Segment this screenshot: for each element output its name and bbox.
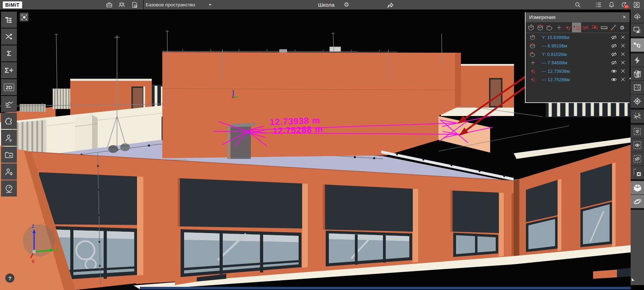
tool-measure-plane-box[interactable] — [590, 22, 599, 32]
measurement-value: Y: 15.83998м — [542, 35, 609, 40]
top-bar: BiMiT Базовое пространство Школа ⚙ 10 — [0, 0, 644, 9]
visibility-toggle-icon[interactable] — [609, 59, 618, 66]
axis-label-x: X — [32, 259, 34, 264]
sidebar-section-box[interactable] — [631, 67, 644, 80]
sidebar-target[interactable] — [631, 95, 644, 108]
delete-measurement-icon[interactable] — [618, 51, 627, 57]
base-fence — [140, 287, 644, 289]
measurement-value: --- 6.99156м — [542, 43, 609, 49]
sidebar-orbit-view[interactable] — [631, 195, 644, 208]
measure-settings-gear-icon[interactable]: ⚙ — [618, 22, 627, 32]
sidebar-flip-section[interactable] — [631, 53, 644, 67]
resize-handle[interactable] — [632, 278, 635, 281]
delete-measurement-icon[interactable] — [618, 68, 627, 74]
measure-tools-bar: ⚙ — [526, 22, 630, 33]
tool-measure-points-cloud[interactable] — [535, 22, 545, 32]
visibility-toggle-icon[interactable] — [609, 43, 618, 49]
close-icon[interactable]: × — [623, 14, 626, 21]
tool-measure-point-plane-active[interactable] — [572, 22, 581, 32]
sidebar-select-area[interactable] — [631, 23, 644, 37]
sidebar-floorplan[interactable] — [631, 81, 644, 94]
delete-measurement-icon[interactable] — [618, 43, 627, 49]
tool-measure-edge[interactable] — [545, 22, 554, 32]
measure-type-icon — [528, 43, 537, 49]
sidebar-clear-selection[interactable] — [631, 166, 644, 179]
toolbar-model-tree[interactable] — [1, 12, 17, 28]
space-selector-label: Базовое пространство — [146, 2, 195, 7]
tool-measure-ruler[interactable] — [599, 22, 609, 32]
delete-measurement-icon[interactable] — [618, 77, 627, 82]
toolbar-user-location[interactable] — [1, 163, 17, 180]
sidebar-isolate-cube[interactable] — [631, 125, 644, 138]
clock-badge-icon[interactable] — [130, 1, 139, 9]
left-toolbar: Σ Σ+ 2D — [1, 12, 17, 196]
sidebar-tray — [631, 210, 644, 285]
caret-down-icon — [207, 2, 213, 8]
measurement-value: --- 12.73938м — [542, 69, 609, 74]
sidebar-measurements[interactable] — [631, 38, 644, 52]
sidebar-shaded-view[interactable] — [631, 181, 644, 194]
toolbar-sum[interactable]: Σ — [1, 45, 17, 62]
measure-type-icon — [528, 34, 537, 41]
measurement-row[interactable]: --- 12.75288м — [526, 75, 630, 84]
team-icon[interactable] — [117, 1, 126, 9]
delete-measurement-icon[interactable] — [618, 34, 627, 40]
visibility-toggle-icon[interactable] — [609, 51, 618, 58]
measurements-panel: Измерения × ⚙ Y: 15.83998м — [525, 12, 630, 103]
space-selector[interactable]: Базовое пространство — [146, 2, 214, 8]
toolbar-2d-sheet[interactable]: 2D — [1, 79, 17, 95]
panel-title: Измерения — [529, 14, 555, 20]
measure-type-icon — [528, 68, 537, 75]
toolbar-plugins[interactable] — [1, 113, 17, 129]
topbar-divider — [143, 0, 144, 9]
visibility-toggle-icon[interactable] — [609, 68, 618, 75]
tool-measure-point-plane[interactable] — [563, 22, 572, 32]
axis-label-z: Z — [32, 224, 34, 229]
sidebar-compare-versions[interactable] — [631, 110, 644, 123]
search-icon[interactable] — [573, 1, 582, 9]
axis-label-y: Y — [56, 248, 58, 253]
toolbar-shuffle[interactable] — [1, 28, 17, 45]
visibility-toggle-icon[interactable] — [609, 34, 618, 41]
measurement-row[interactable]: --- 7.94688м — [526, 58, 630, 67]
list-icon[interactable] — [594, 1, 603, 9]
toolbar-user-check[interactable] — [1, 130, 17, 146]
sidebar-show-selected[interactable] — [631, 138, 644, 152]
sidebar-scene-tree[interactable] — [631, 9, 644, 23]
measurement-labels: 12.73938 m 12.75288 m — [269, 115, 323, 136]
measure-type-icon — [528, 76, 537, 83]
focus-selection-button[interactable] — [20, 13, 28, 21]
measurement-value: --- 7.94688м — [542, 60, 609, 65]
sidebar-hide-selected[interactable] — [631, 152, 644, 166]
toolbar-sum-add[interactable]: Σ+ — [1, 62, 17, 78]
measurement-row[interactable]: --- 12.73938м — [526, 67, 630, 75]
tool-measure-perpendicular[interactable] — [609, 22, 618, 32]
help-button[interactable]: ? — [5, 273, 14, 283]
share-icon[interactable] — [386, 1, 395, 9]
measurement-list: Y: 15.83998м --- 6.99156м Y: 0.81026м --… — [526, 33, 630, 84]
visibility-toggle-icon[interactable] — [609, 76, 618, 83]
toolbar-gauge[interactable] — [1, 180, 17, 196]
briefcase-icon[interactable] — [105, 1, 114, 9]
measurement-row[interactable]: --- 6.99156м — [526, 41, 630, 50]
bim-viewer-app: 12.73938 m 12.75288 m Z Y X ? — [0, 0, 644, 290]
toolbar-charts[interactable] — [1, 96, 17, 112]
gear-icon[interactable]: ⚙ — [342, 1, 351, 9]
measurement-row[interactable]: Y: 15.83998м — [526, 33, 630, 41]
delete-measurement-icon[interactable] — [618, 60, 627, 65]
measurement-row[interactable]: Y: 0.81026м — [526, 50, 630, 58]
toolbar-folder-share[interactable] — [1, 147, 17, 163]
history-icon[interactable]: 10 — [619, 1, 629, 9]
tool-measure-point-point[interactable] — [554, 22, 563, 32]
bell-icon[interactable] — [607, 1, 616, 9]
project-title: Школа — [318, 2, 334, 8]
tool-measure-point[interactable] — [526, 22, 535, 32]
notification-badge: 10 — [624, 5, 629, 8]
measurement-value: Y: 0.81026м — [542, 52, 609, 57]
measure-type-icon — [528, 51, 537, 58]
avatar-icon[interactable] — [632, 1, 641, 9]
tool-measure-plane-plane[interactable] — [581, 22, 590, 32]
measurement-value: --- 12.75288м — [542, 77, 609, 82]
right-toolbar — [631, 9, 644, 290]
app-logo[interactable]: BiMiT — [3, 1, 22, 8]
